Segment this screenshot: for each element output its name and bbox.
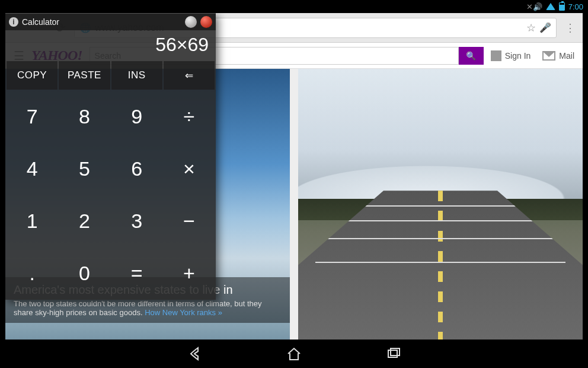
key-6[interactable]: 6 [111,143,162,194]
key-1[interactable]: 1 [7,195,57,246]
key-equals[interactable]: = [111,248,162,299]
android-status-bar: ✕🔊 7:00 [0,0,588,13]
android-nav-bar [0,340,588,368]
key-plus[interactable]: + [164,248,215,299]
mail-icon [542,51,555,61]
nav-home-button[interactable] [286,345,302,362]
backspace-key[interactable]: ⇐ [164,61,215,90]
calculator-top-row: COPY PASTE INS ⇐ [5,61,216,91]
bookmark-star-icon[interactable]: ☆ [526,21,536,34]
close-button[interactable] [200,16,212,28]
nav-back-button[interactable] [186,345,203,362]
key-7[interactable]: 7 [7,91,57,142]
key-minus[interactable]: − [164,195,215,246]
key-4[interactable]: 4 [7,143,57,194]
user-icon [491,50,501,61]
voice-search-icon[interactable]: 🎤 [539,22,551,33]
wifi-icon [546,3,555,10]
mute-icon: ✕🔊 [526,2,542,11]
minimize-button[interactable] [185,16,197,28]
calculator-titlebar[interactable]: i Calculator [5,14,216,30]
key-multiply[interactable]: × [164,143,215,194]
key-dot[interactable]: . [7,248,57,299]
calculator-window[interactable]: i Calculator 56×69 COPY PASTE INS ⇐ 7 8 … [5,13,216,300]
sign-in-link[interactable]: Sign In [491,50,531,61]
mail-label: Mail [559,51,574,61]
calculator-keypad: 7 8 9 ÷ 4 5 6 × 1 2 3 − . 0 = + [5,91,216,300]
article-tile-right[interactable] [298,69,583,340]
key-0[interactable]: 0 [59,248,110,299]
mail-link[interactable]: Mail [542,51,574,61]
sign-in-label: Sign In [505,51,531,61]
paste-key[interactable]: PASTE [59,61,110,90]
battery-icon [559,2,565,11]
yahoo-search-button[interactable]: 🔍 [459,47,484,65]
calculator-display: 56×69 [5,30,216,61]
calculator-title: Calculator [22,17,59,27]
key-3[interactable]: 3 [111,195,162,246]
svg-rect-0 [388,350,397,357]
key-9[interactable]: 9 [111,91,162,142]
nav-recents-button[interactable] [385,345,402,362]
key-2[interactable]: 2 [59,195,110,246]
article-link[interactable]: How New York ranks » [145,308,222,317]
search-icon: 🔍 [466,51,476,61]
svg-rect-1 [391,348,400,356]
article-blurb: The two top states couldn't be more diff… [14,299,261,317]
browser-menu-button[interactable]: ⋮ [563,21,578,34]
key-5[interactable]: 5 [59,143,110,194]
copy-key[interactable]: COPY [7,61,57,90]
ins-key[interactable]: INS [111,61,162,90]
key-8[interactable]: 8 [59,91,110,142]
clock: 7:00 [568,2,583,11]
info-icon[interactable]: i [9,17,18,27]
key-divide[interactable]: ÷ [164,91,215,142]
